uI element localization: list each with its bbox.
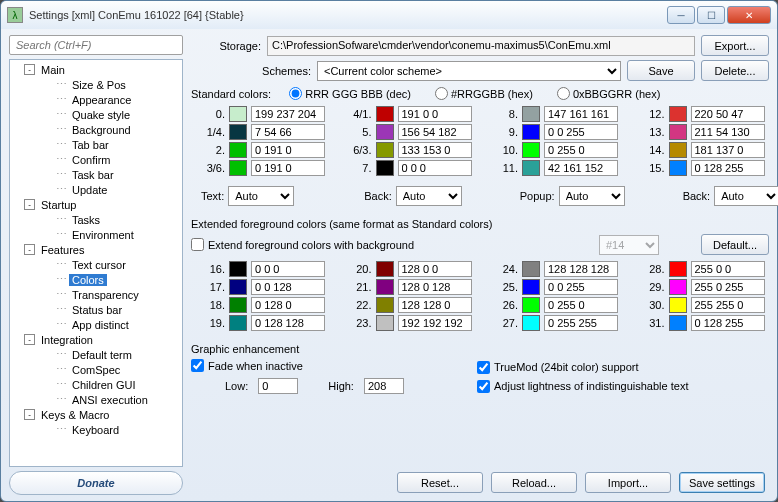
color-value-input[interactable] (398, 106, 472, 122)
schemes-combo[interactable]: <Current color scheme> (317, 61, 621, 81)
color-value-input[interactable] (691, 160, 765, 176)
tree-item-features[interactable]: -Features (10, 242, 182, 257)
tree-item-update[interactable]: ⋯Update (10, 182, 182, 197)
donate-button[interactable]: Donate (9, 471, 183, 495)
export-button[interactable]: Export... (701, 35, 769, 56)
color-value-input[interactable] (398, 160, 472, 176)
color-swatch[interactable] (522, 160, 540, 176)
color-value-input[interactable] (691, 261, 765, 277)
tree-item-environment[interactable]: ⋯Environment (10, 227, 182, 242)
color-swatch[interactable] (376, 297, 394, 313)
color-swatch[interactable] (376, 160, 394, 176)
color-value-input[interactable] (691, 279, 765, 295)
color-swatch[interactable] (376, 261, 394, 277)
color-swatch[interactable] (522, 142, 540, 158)
import-button[interactable]: Import... (585, 472, 671, 493)
tree-item-status-bar[interactable]: ⋯Status bar (10, 302, 182, 317)
color-value-input[interactable] (398, 315, 472, 331)
color-value-input[interactable] (691, 297, 765, 313)
category-tree[interactable]: -Main⋯Size & Pos⋯Appearance⋯Quake style⋯… (9, 59, 183, 467)
color-swatch[interactable] (669, 279, 687, 295)
color-swatch[interactable] (522, 106, 540, 122)
fade-low-input[interactable] (258, 378, 298, 394)
tree-item-transparency[interactable]: ⋯Transparency (10, 287, 182, 302)
fade-high-input[interactable] (364, 378, 404, 394)
color-value-input[interactable] (544, 297, 618, 313)
color-value-input[interactable] (691, 315, 765, 331)
color-value-input[interactable] (691, 106, 765, 122)
tree-item-colors[interactable]: ⋯Colors (10, 272, 182, 287)
tree-item-keyboard[interactable]: ⋯Keyboard (10, 422, 182, 437)
color-swatch[interactable] (522, 261, 540, 277)
popup-color-combo[interactable]: Auto (559, 186, 625, 206)
tree-item-default-term[interactable]: ⋯Default term (10, 347, 182, 362)
tree-item-text-cursor[interactable]: ⋯Text cursor (10, 257, 182, 272)
back-color-combo[interactable]: Auto (396, 186, 462, 206)
color-value-input[interactable] (544, 142, 618, 158)
color-value-input[interactable] (544, 124, 618, 140)
radio-hex2[interactable]: 0xBBGGRR (hex) (557, 87, 660, 100)
color-swatch[interactable] (229, 279, 247, 295)
color-swatch[interactable] (669, 160, 687, 176)
close-button[interactable]: ✕ (727, 6, 771, 24)
tree-item-main[interactable]: -Main (10, 62, 182, 77)
truemod-checkbox[interactable]: TrueMod (24bit color) support (477, 361, 688, 374)
color-value-input[interactable] (398, 279, 472, 295)
color-value-input[interactable] (251, 142, 325, 158)
default-button[interactable]: Default... (701, 234, 769, 255)
color-swatch[interactable] (376, 315, 394, 331)
tree-item-keys-macro[interactable]: -Keys & Macro (10, 407, 182, 422)
color-value-input[interactable] (398, 142, 472, 158)
color-value-input[interactable] (251, 261, 325, 277)
radio-dec[interactable]: RRR GGG BBB (dec) (289, 87, 411, 100)
color-swatch[interactable] (669, 142, 687, 158)
color-swatch[interactable] (229, 297, 247, 313)
color-value-input[interactable] (251, 106, 325, 122)
color-swatch[interactable] (376, 106, 394, 122)
tree-item-startup[interactable]: -Startup (10, 197, 182, 212)
color-value-input[interactable] (691, 124, 765, 140)
color-swatch[interactable] (669, 124, 687, 140)
scheme-save-button[interactable]: Save (627, 60, 695, 81)
tree-item-integration[interactable]: -Integration (10, 332, 182, 347)
color-value-input[interactable] (691, 142, 765, 158)
color-value-input[interactable] (251, 279, 325, 295)
color-value-input[interactable] (398, 124, 472, 140)
minimize-button[interactable]: ─ (667, 6, 695, 24)
reload-button[interactable]: Reload... (491, 472, 577, 493)
color-swatch[interactable] (669, 106, 687, 122)
tree-item-appearance[interactable]: ⋯Appearance (10, 92, 182, 107)
color-value-input[interactable] (544, 279, 618, 295)
color-swatch[interactable] (229, 124, 247, 140)
color-value-input[interactable] (398, 261, 472, 277)
color-swatch[interactable] (522, 297, 540, 313)
tree-item-task-bar[interactable]: ⋯Task bar (10, 167, 182, 182)
tree-item-quake-style[interactable]: ⋯Quake style (10, 107, 182, 122)
color-swatch[interactable] (522, 279, 540, 295)
color-value-input[interactable] (544, 106, 618, 122)
color-value-input[interactable] (251, 297, 325, 313)
popup-back-combo[interactable]: Auto (714, 186, 778, 206)
color-swatch[interactable] (522, 315, 540, 331)
color-value-input[interactable] (251, 160, 325, 176)
color-swatch[interactable] (376, 124, 394, 140)
fade-checkbox[interactable]: Fade when inactive (191, 359, 471, 372)
color-swatch[interactable] (229, 106, 247, 122)
text-color-combo[interactable]: Auto (228, 186, 294, 206)
color-value-input[interactable] (544, 261, 618, 277)
color-swatch[interactable] (229, 315, 247, 331)
color-value-input[interactable] (251, 124, 325, 140)
color-swatch[interactable] (376, 279, 394, 295)
search-input[interactable] (9, 35, 183, 55)
tree-item-comspec[interactable]: ⋯ComSpec (10, 362, 182, 377)
tree-item-children-gui[interactable]: ⋯Children GUI (10, 377, 182, 392)
color-swatch[interactable] (229, 160, 247, 176)
tree-item-app-distinct[interactable]: ⋯App distinct (10, 317, 182, 332)
extend-fg-checkbox[interactable]: Extend foreground colors with background (191, 238, 414, 251)
color-swatch[interactable] (229, 261, 247, 277)
color-swatch[interactable] (522, 124, 540, 140)
tree-item-confirm[interactable]: ⋯Confirm (10, 152, 182, 167)
color-swatch[interactable] (229, 142, 247, 158)
tree-item-tab-bar[interactable]: ⋯Tab bar (10, 137, 182, 152)
color-value-input[interactable] (544, 315, 618, 331)
